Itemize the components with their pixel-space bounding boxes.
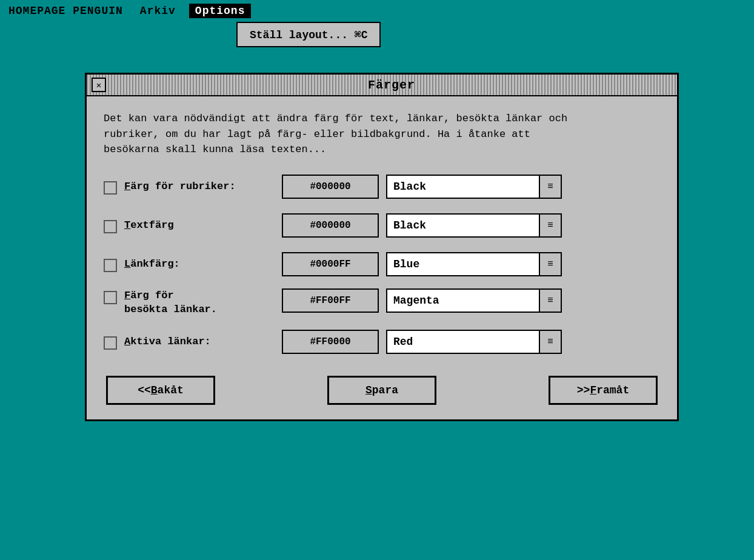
visitedlinks-dropdown-arrow[interactable]: ≡ xyxy=(539,290,561,312)
headings-label: Färg för rubriker: xyxy=(124,181,282,192)
textcolor-label: Textfärg xyxy=(124,219,282,231)
visitedlinks-value: Magenta xyxy=(387,292,539,309)
linkcolor-checkbox[interactable] xyxy=(104,259,117,272)
menubar: HOMEPAGE PENGUIN Arkiv Options xyxy=(0,0,754,22)
back-button[interactable]: << Bakåt xyxy=(106,376,215,405)
activelinks-checkbox[interactable] xyxy=(104,336,117,350)
menu-homepage[interactable]: HOMEPAGE PENGUIN xyxy=(5,4,127,18)
dialog-titlebar: ✕ Färger xyxy=(87,75,677,96)
headings-dropdown-arrow[interactable]: ≡ xyxy=(539,176,561,198)
visitedlinks-row: Färg för besökta länkar. Magenta ≡ xyxy=(104,288,660,318)
textcolor-dropdown-arrow[interactable]: ≡ xyxy=(539,215,561,236)
close-button[interactable]: ✕ xyxy=(92,78,106,92)
headings-color-value: Black xyxy=(387,178,539,195)
activelinks-dropdown-arrow[interactable]: ≡ xyxy=(539,331,561,353)
button-row: << Bakåt Spara >> Framåt xyxy=(104,376,660,405)
activelinks-label: Aktiva länkar: xyxy=(124,336,282,347)
activelinks-select[interactable]: Red ≡ xyxy=(386,330,562,354)
headings-checkbox[interactable] xyxy=(104,181,117,195)
menu-arkiv[interactable]: Arkiv xyxy=(136,4,179,18)
linkcolor-row: Länkfärg: Blue ≡ xyxy=(104,250,660,279)
activelinks-value: Red xyxy=(387,333,539,350)
stall-layout-item[interactable]: Ställ layout... ⌘C xyxy=(236,22,381,47)
visitedlinks-checkbox[interactable] xyxy=(104,291,117,304)
activelinks-row: Aktiva länkar: Red ≡ xyxy=(104,327,660,356)
dialog-body: Det kan vara nödvändigt att ändra färg f… xyxy=(87,96,677,419)
options-dropdown: Ställ layout... ⌘C xyxy=(236,22,381,47)
menu-options[interactable]: Options xyxy=(189,4,252,18)
visitedlinks-select[interactable]: Magenta ≡ xyxy=(386,288,562,313)
linkcolor-hex-input[interactable] xyxy=(282,252,379,276)
linkcolor-dropdown-arrow[interactable]: ≡ xyxy=(539,253,561,275)
textcolor-row: Textfärg Black ≡ xyxy=(104,211,660,240)
textcolor-select[interactable]: Black ≡ xyxy=(386,213,562,238)
headings-hex-input[interactable] xyxy=(282,175,379,199)
headings-color-row: Färg för rubriker: Black ≡ xyxy=(104,172,660,201)
visitedlinks-hex-input[interactable] xyxy=(282,288,379,313)
textcolor-hex-input[interactable] xyxy=(282,213,379,238)
activelinks-hex-input[interactable] xyxy=(282,330,379,354)
linkcolor-label: Länkfärg: xyxy=(124,258,282,270)
textcolor-checkbox[interactable] xyxy=(104,220,117,233)
description-text: Det kan vara nödvändigt att ändra färg f… xyxy=(104,111,589,158)
linkcolor-value: Blue xyxy=(387,256,539,273)
dialog-title: Färger xyxy=(111,78,672,92)
visitedlinks-label: Färg för besökta länkar. xyxy=(124,288,282,318)
textcolor-value: Black xyxy=(387,217,539,234)
linkcolor-select[interactable]: Blue ≡ xyxy=(386,252,562,276)
farger-dialog: ✕ Färger Det kan vara nödvändigt att änd… xyxy=(85,73,679,421)
forward-button[interactable]: >> Framåt xyxy=(549,376,658,405)
save-button[interactable]: Spara xyxy=(327,376,436,405)
headings-color-select[interactable]: Black ≡ xyxy=(386,175,562,199)
